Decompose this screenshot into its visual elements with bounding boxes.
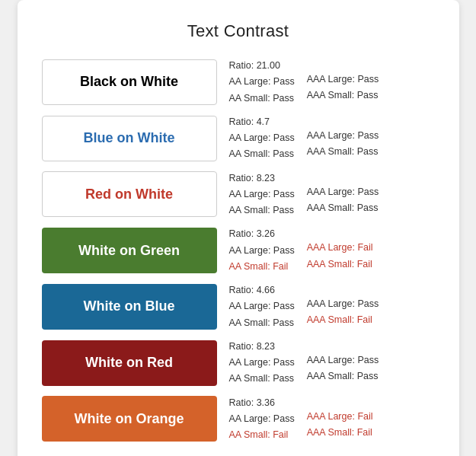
stats-white-on-orange: Ratio: 3.36AA Large: PassAA Small: FailA… bbox=[229, 395, 373, 444]
color-box-white-on-green: White on Green bbox=[42, 228, 217, 273]
stats-white-on-blue: Ratio: 4.66AA Large: PassAA Small: PassA… bbox=[229, 282, 379, 331]
stats-left-white-on-red: Ratio: 8.23AA Large: PassAA Small: Pass bbox=[229, 339, 295, 387]
stats-right-white-on-orange: AAA Large: FailAAA Small: Fail bbox=[307, 409, 373, 444]
ratio-white-on-red: Ratio: 8.23 bbox=[229, 339, 295, 355]
color-box-white-on-red: White on Red bbox=[42, 340, 217, 386]
col2-item-1-black-on-white: AAA Small: Pass bbox=[307, 88, 379, 104]
stats-blue-on-white: Ratio: 4.7AA Large: PassAA Small: PassAA… bbox=[229, 114, 379, 163]
ratio-white-on-green: Ratio: 3.26 bbox=[229, 226, 295, 242]
col1-item-1-white-on-blue: AA Small: Pass bbox=[229, 315, 295, 331]
stats-left-white-on-orange: Ratio: 3.36AA Large: PassAA Small: Fail bbox=[229, 395, 295, 444]
stats-right-red-on-white: AAA Large: PassAAA Small: Pass bbox=[307, 184, 379, 219]
col2-item-1-white-on-green: AAA Small: Fail bbox=[307, 257, 373, 273]
row-black-on-white: Black on WhiteRatio: 21.00AA Large: Pass… bbox=[42, 58, 435, 107]
col1-item-0-red-on-white: AA Large: Pass bbox=[229, 187, 295, 202]
ratio-blue-on-white: Ratio: 4.7 bbox=[229, 114, 295, 130]
stats-left-red-on-white: Ratio: 8.23AA Large: PassAA Small: Pass bbox=[229, 171, 295, 219]
stats-left-blue-on-white: Ratio: 4.7AA Large: PassAA Small: Pass bbox=[229, 114, 295, 163]
col2-item-1-white-on-red: AAA Small: Pass bbox=[307, 368, 379, 384]
col2-item-0-white-on-green: AAA Large: Fail bbox=[307, 240, 373, 256]
stats-right-black-on-white: AAA Large: PassAAA Small: Pass bbox=[307, 72, 379, 107]
col2-item-0-blue-on-white: AAA Large: Pass bbox=[307, 128, 379, 144]
row-white-on-green: White on GreenRatio: 3.26AA Large: PassA… bbox=[42, 226, 435, 275]
col1-item-1-black-on-white: AA Small: Pass bbox=[229, 91, 295, 107]
col1-item-0-white-on-red: AA Large: Pass bbox=[229, 355, 295, 371]
main-card: Text Contrast Black on WhiteRatio: 21.00… bbox=[18, 0, 459, 456]
col2-item-0-white-on-orange: AAA Large: Fail bbox=[307, 409, 373, 425]
col1-item-0-black-on-white: AA Large: Pass bbox=[229, 74, 295, 90]
row-white-on-red: White on RedRatio: 8.23AA Large: PassAA … bbox=[42, 339, 435, 387]
stats-left-white-on-green: Ratio: 3.26AA Large: PassAA Small: Fail bbox=[229, 226, 295, 275]
stats-right-white-on-blue: AAA Large: PassAAA Small: Fail bbox=[307, 296, 379, 331]
color-box-white-on-orange: White on Orange bbox=[42, 396, 217, 442]
ratio-black-on-white: Ratio: 21.00 bbox=[229, 58, 295, 74]
stats-left-black-on-white: Ratio: 21.00AA Large: PassAA Small: Pass bbox=[229, 58, 295, 107]
color-box-blue-on-white: Blue on White bbox=[42, 116, 217, 161]
col2-item-1-white-on-blue: AAA Small: Fail bbox=[307, 312, 379, 328]
stats-white-on-red: Ratio: 8.23AA Large: PassAA Small: PassA… bbox=[229, 339, 379, 387]
col2-item-0-red-on-white: AAA Large: Pass bbox=[307, 184, 379, 200]
row-white-on-orange: White on OrangeRatio: 3.36AA Large: Pass… bbox=[42, 395, 435, 444]
color-box-red-on-white: Red on White bbox=[42, 171, 217, 217]
stats-left-white-on-blue: Ratio: 4.66AA Large: PassAA Small: Pass bbox=[229, 282, 295, 331]
stats-right-white-on-red: AAA Large: PassAAA Small: Pass bbox=[307, 352, 379, 387]
col1-item-1-white-on-orange: AA Small: Fail bbox=[229, 427, 295, 443]
col2-item-0-white-on-red: AAA Large: Pass bbox=[307, 352, 379, 368]
stats-right-blue-on-white: AAA Large: PassAAA Small: Pass bbox=[307, 128, 379, 163]
col2-item-1-blue-on-white: AAA Small: Pass bbox=[307, 144, 379, 160]
col1-item-1-white-on-green: AA Small: Fail bbox=[229, 259, 295, 275]
row-red-on-white: Red on WhiteRatio: 8.23AA Large: PassAA … bbox=[42, 171, 435, 219]
stats-red-on-white: Ratio: 8.23AA Large: PassAA Small: PassA… bbox=[229, 171, 379, 219]
col1-item-0-white-on-blue: AA Large: Pass bbox=[229, 298, 295, 314]
col2-item-0-white-on-blue: AAA Large: Pass bbox=[307, 296, 379, 312]
ratio-red-on-white: Ratio: 8.23 bbox=[229, 171, 295, 187]
ratio-white-on-orange: Ratio: 3.36 bbox=[229, 395, 295, 411]
stats-right-white-on-green: AAA Large: FailAAA Small: Fail bbox=[307, 240, 373, 275]
row-white-on-blue: White on BlueRatio: 4.66AA Large: PassAA… bbox=[42, 282, 435, 331]
col2-item-0-black-on-white: AAA Large: Pass bbox=[307, 72, 379, 88]
col2-item-1-white-on-orange: AAA Small: Fail bbox=[307, 425, 373, 441]
col1-item-1-white-on-red: AA Small: Pass bbox=[229, 371, 295, 387]
stats-black-on-white: Ratio: 21.00AA Large: PassAA Small: Pass… bbox=[229, 58, 379, 107]
col1-item-0-white-on-orange: AA Large: Pass bbox=[229, 411, 295, 427]
col1-item-0-blue-on-white: AA Large: Pass bbox=[229, 130, 295, 146]
row-blue-on-white: Blue on WhiteRatio: 4.7AA Large: PassAA … bbox=[42, 114, 435, 163]
color-box-black-on-white: Black on White bbox=[42, 59, 217, 105]
stats-white-on-green: Ratio: 3.26AA Large: PassAA Small: FailA… bbox=[229, 226, 373, 275]
col2-item-1-red-on-white: AAA Small: Pass bbox=[307, 200, 379, 216]
col1-item-0-white-on-green: AA Large: Pass bbox=[229, 243, 295, 259]
rows-container: Black on WhiteRatio: 21.00AA Large: Pass… bbox=[42, 58, 435, 443]
ratio-white-on-blue: Ratio: 4.66 bbox=[229, 282, 295, 298]
page-title: Text Contrast bbox=[42, 21, 435, 41]
col1-item-1-blue-on-white: AA Small: Pass bbox=[229, 146, 295, 162]
color-box-white-on-blue: White on Blue bbox=[42, 284, 217, 330]
col1-item-1-red-on-white: AA Small: Pass bbox=[229, 202, 295, 218]
